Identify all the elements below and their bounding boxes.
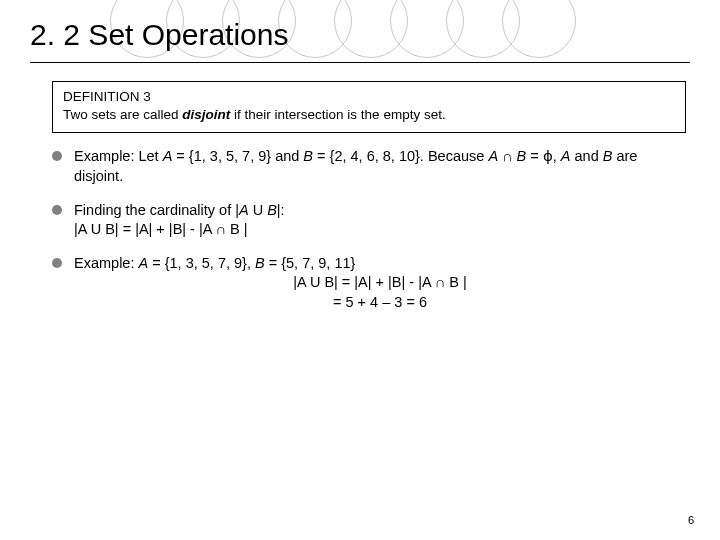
definition-box: DEFINITION 3 Two sets are called disjoin…	[52, 81, 686, 133]
centered-math: |A U B| = |A| + |B| - |A ∩ B | = 5 + 4 –…	[74, 273, 686, 312]
formula-line: |A U B| = |A| + |B| - |A ∩ B |	[74, 221, 248, 237]
definition-text: Two sets are called disjoint if their in…	[63, 106, 675, 124]
title-underline	[30, 62, 690, 63]
definition-term: disjoint	[182, 107, 230, 122]
list-item: Example: A = {1, 3, 5, 7, 9}, B = {5, 7,…	[52, 254, 686, 313]
bullet-list: Example: Let A = {1, 3, 5, 7, 9} and B =…	[52, 147, 686, 312]
list-item: Example: Let A = {1, 3, 5, 7, 9} and B =…	[52, 147, 686, 186]
definition-label: DEFINITION 3	[63, 88, 675, 106]
page-number: 6	[688, 514, 694, 526]
page-title: 2. 2 Set Operations	[0, 0, 720, 58]
list-item: Finding the cardinality of |A U B|: |A U…	[52, 201, 686, 240]
